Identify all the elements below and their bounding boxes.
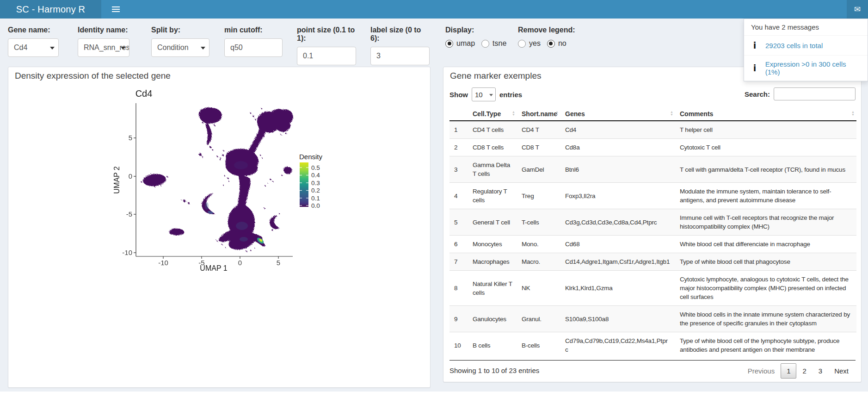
comments: Immune cell with T-cell receptors that r… <box>675 209 856 236</box>
split-by-select[interactable]: Condition <box>151 38 209 57</box>
y-tick-label: -10 <box>122 249 132 256</box>
table-row[interactable]: 5General T cellT-cellsCd3g,Cd3d,Cd3e,Cd8… <box>449 209 856 236</box>
table-row[interactable]: 1CD4 T cellsCD4 TCd4T helper cell <box>449 121 856 139</box>
message-link[interactable]: Expression >0 in 300 cells (1%) <box>765 60 862 76</box>
point-size-label: point size (0.1 to 1): <box>297 26 356 43</box>
point-size-value: 0.1 <box>303 52 313 60</box>
chevron-down-icon <box>121 47 125 50</box>
page-length-select[interactable]: 10 <box>472 87 496 101</box>
next-page-button[interactable]: Next <box>828 363 855 379</box>
entries-label: entries <box>499 91 522 99</box>
chevron-down-icon <box>489 94 493 96</box>
col-header-comments[interactable]: Comments <box>675 108 856 121</box>
table-length-control: Show 10 entries <box>449 87 522 101</box>
cell-type: General T cell <box>468 209 517 236</box>
radio-umap[interactable]: umap <box>445 39 475 48</box>
table-row[interactable]: 2CD8 T cellsCD8 TCd8aCytotoxic T cell <box>449 139 856 156</box>
gene-marker-table: Cell.Type Short.name Genes Comments 1CD4… <box>449 108 856 358</box>
messages-menu-button[interactable]: ✉ <box>847 0 868 19</box>
row-index: 7 <box>449 253 468 271</box>
cell-type: Monocytes <box>468 236 517 253</box>
label-size-value: 3 <box>376 52 381 60</box>
point-size-input[interactable]: 0.1 <box>297 47 356 65</box>
cell-type: Regulatory T cells <box>468 183 517 209</box>
col-header-genes[interactable]: Genes <box>560 108 675 121</box>
col-header-index <box>449 108 468 121</box>
filter-label-size: label size (0 to 6): 3 <box>370 26 430 65</box>
cell-type: Ganulocytes <box>468 306 517 332</box>
radio-dot[interactable] <box>445 40 453 48</box>
gene-name-label: Gene name: <box>8 26 59 34</box>
sort-icon[interactable] <box>851 111 855 116</box>
identity-name-select[interactable]: RNA_snn_res.1 <box>78 38 129 57</box>
table-row[interactable]: 3Gamma Delta T cellsGamDelBtnl6T cell wi… <box>449 156 856 183</box>
radio-dot[interactable] <box>481 40 489 48</box>
info-icon: i <box>750 63 759 73</box>
row-index: 8 <box>449 271 468 306</box>
cell-type: Gamma Delta T cells <box>468 156 517 183</box>
pagination: Previous 123 Next <box>742 363 855 379</box>
min-cutoff-value: q50 <box>230 44 243 52</box>
comments: Cytotoxic T cell <box>675 139 856 156</box>
radio-dot[interactable] <box>518 40 526 48</box>
radio-yes[interactable]: yes <box>518 39 541 48</box>
genes: Cd3g,Cd3d,Cd3e,Cd8a,Cd4,Ptprc <box>560 209 675 236</box>
legend-tick: 0.3 <box>311 180 320 187</box>
col-header-cell-type[interactable]: Cell.Type <box>468 108 517 121</box>
legend-tick: 0.0 <box>311 202 320 209</box>
table-row[interactable]: 4Regulatory T cellsTregFoxp3,Il2raModula… <box>449 183 856 209</box>
sort-icon[interactable] <box>555 111 559 116</box>
previous-page-button[interactable]: Previous <box>742 363 781 379</box>
short-name: CD4 T <box>517 121 560 139</box>
sort-icon[interactable] <box>670 111 673 116</box>
short-name: Mono. <box>517 236 560 253</box>
x-axis-label: UMAP 1 <box>200 264 227 272</box>
search-input[interactable] <box>774 87 856 100</box>
radio-dot[interactable] <box>547 40 555 48</box>
legend-tick: 0.4 <box>311 172 320 179</box>
table-row[interactable]: 7MacrophagesMacro.Cd14,Adgre1,Itgam,Csf1… <box>449 253 856 271</box>
table-row[interactable]: 6MonocytesMono.Cd68White blood cell that… <box>449 236 856 253</box>
page-button-2[interactable]: 2 <box>796 363 812 379</box>
legend-title: Density <box>299 153 323 161</box>
table-row[interactable]: 8Natural Killer T cellsNKKlrk1,Klrd1,Gzm… <box>449 271 856 306</box>
page-button-3[interactable]: 3 <box>813 363 828 379</box>
table-row[interactable]: 10B cellsB-cellsCd79a,Cd79b,Cd19,Cd22,Ms… <box>449 332 856 359</box>
row-index: 10 <box>449 332 468 359</box>
sidebar-toggle-button[interactable] <box>105 0 126 19</box>
radio-no[interactable]: no <box>547 39 566 48</box>
x-tick-label: 0 <box>238 259 242 267</box>
genes: Foxp3,Il2ra <box>560 183 675 209</box>
page-button-1[interactable]: 1 <box>781 363 796 379</box>
short-name: Granul. <box>517 306 560 332</box>
info-icon: i <box>750 40 759 50</box>
filter-point-size: point size (0.1 to 1): 0.1 <box>297 26 356 65</box>
cell-type: CD8 T cells <box>468 139 517 156</box>
app-title: SC - Harmony R <box>16 4 86 15</box>
chevron-down-icon <box>50 47 55 50</box>
gene-name-select[interactable]: Cd4 <box>8 38 59 57</box>
label-size-input[interactable]: 3 <box>370 47 430 65</box>
row-index: 9 <box>449 306 468 332</box>
hamburger-icon <box>112 6 120 7</box>
radio-tsne[interactable]: tsne <box>481 39 506 48</box>
col-header-short-name[interactable]: Short.name <box>517 108 560 121</box>
cell-type: Macrophages <box>468 253 517 271</box>
genes: Cd8a <box>560 139 675 156</box>
short-name: T-cells <box>517 209 560 236</box>
short-name: CD8 T <box>517 139 560 156</box>
app-logo[interactable]: SC - Harmony R <box>0 0 101 19</box>
umap-density-plot: Cd4 -10 -5 0 5 5 0 -5 -10 UMAP 1 UMAP 2 … <box>8 67 430 387</box>
sort-icon[interactable] <box>512 111 515 116</box>
cell-type: B cells <box>468 332 517 359</box>
message-item-expression[interactable]: i Expression >0 in 300 cells (1%) <box>744 56 868 81</box>
density-panel: Density expression of the selected gene <box>8 67 431 388</box>
radio-no-label: no <box>558 39 566 48</box>
table-row[interactable]: 9GanulocytesGranul.S100a9,S100a8White bl… <box>449 306 856 332</box>
min-cutoff-input[interactable]: q50 <box>224 38 283 57</box>
message-item-cells-total[interactable]: i 29203 cells in total <box>744 36 868 56</box>
x-tick-label: -10 <box>158 259 168 267</box>
message-link[interactable]: 29203 cells in total <box>765 42 823 50</box>
row-index: 5 <box>449 209 468 236</box>
table-header-row: Cell.Type Short.name Genes Comments <box>449 108 856 121</box>
